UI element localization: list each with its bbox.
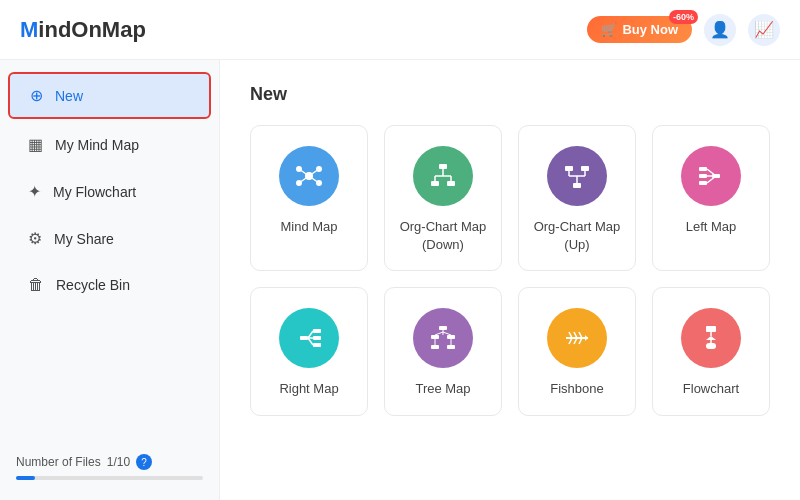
flowchart-icon: ✦: [28, 182, 41, 201]
logo: MindOnMap: [20, 17, 146, 43]
sidebar-item-new-label: New: [55, 88, 83, 104]
svg-rect-38: [431, 335, 439, 339]
map-card-mind-map[interactable]: Mind Map: [250, 125, 368, 271]
header: MindOnMap 🛒 Buy Now -60% 👤 📈: [0, 0, 800, 60]
help-icon[interactable]: ?: [136, 454, 152, 470]
sidebar-item-my-flowchart[interactable]: ✦ My Flowchart: [8, 170, 211, 213]
flowchart-label: Flowchart: [683, 380, 739, 398]
svg-line-44: [443, 332, 451, 335]
trash-icon: 🗑: [28, 276, 44, 294]
svg-marker-54: [585, 335, 588, 341]
map-card-tree-map[interactable]: Tree Map: [384, 287, 502, 415]
svg-rect-11: [447, 181, 455, 186]
map-card-left-map[interactable]: Left Map: [652, 125, 770, 271]
share-icon: ⚙: [28, 229, 42, 248]
sidebar-item-my-mind-map[interactable]: ▦ My Mind Map: [8, 123, 211, 166]
org-chart-down-circle: [413, 146, 473, 206]
sidebar-item-recycle-bin-label: Recycle Bin: [56, 277, 130, 293]
mind-map-circle: [279, 146, 339, 206]
buy-now-label: Buy Now: [622, 22, 678, 37]
progress-bar-container: [16, 476, 203, 480]
fishbone-circle: [547, 308, 607, 368]
svg-line-27: [707, 169, 716, 176]
svg-rect-32: [313, 336, 321, 340]
svg-rect-17: [565, 166, 573, 171]
mind-map-icon: ▦: [28, 135, 43, 154]
tree-map-label: Tree Map: [415, 380, 470, 398]
org-chart-up-label: Org-Chart Map (Up): [529, 218, 625, 254]
svg-line-29: [707, 176, 716, 183]
fishbone-label: Fishbone: [550, 380, 603, 398]
sidebar: ⊕ New ▦ My Mind Map ✦ My Flowchart ⚙ My …: [0, 60, 220, 500]
section-title: New: [250, 84, 770, 105]
map-card-fishbone[interactable]: Fishbone: [518, 287, 636, 415]
map-card-org-chart-down[interactable]: Org-Chart Map(Down): [384, 125, 502, 271]
right-map-circle: [279, 308, 339, 368]
left-map-label: Left Map: [686, 218, 737, 236]
svg-rect-25: [699, 174, 707, 178]
org-chart-up-circle: [547, 146, 607, 206]
sidebar-item-recycle-bin[interactable]: 🗑 Recycle Bin: [8, 264, 211, 306]
svg-rect-31: [313, 329, 321, 333]
map-card-org-chart-up[interactable]: Org-Chart Map (Up): [518, 125, 636, 271]
sidebar-item-new[interactable]: ⊕ New: [8, 72, 211, 119]
svg-rect-39: [447, 335, 455, 339]
svg-rect-57: [706, 343, 716, 349]
svg-rect-33: [313, 343, 321, 347]
discount-badge: -60%: [669, 10, 698, 24]
sidebar-item-my-mind-map-label: My Mind Map: [55, 137, 139, 153]
org-chart-down-label: Org-Chart Map(Down): [400, 218, 487, 254]
svg-rect-10: [431, 181, 439, 186]
buy-now-button[interactable]: 🛒 Buy Now -60%: [587, 16, 692, 43]
svg-line-34: [308, 331, 313, 338]
svg-rect-18: [581, 166, 589, 171]
svg-line-43: [435, 332, 443, 335]
svg-rect-30: [300, 336, 308, 340]
progress-bar-fill: [16, 476, 35, 480]
logo-m: M: [20, 17, 38, 42]
right-map-label: Right Map: [279, 380, 338, 398]
chart-icon[interactable]: 📈: [748, 14, 780, 46]
sidebar-item-my-share-label: My Share: [54, 231, 114, 247]
flowchart-circle: [681, 308, 741, 368]
svg-rect-9: [439, 164, 447, 169]
files-value: 1/10: [107, 455, 130, 469]
sidebar-item-my-flowchart-label: My Flowchart: [53, 184, 136, 200]
svg-rect-40: [431, 345, 439, 349]
user-icon[interactable]: 👤: [704, 14, 736, 46]
svg-rect-55: [706, 326, 716, 332]
plus-icon: ⊕: [30, 86, 43, 105]
tree-map-circle: [413, 308, 473, 368]
sidebar-footer: Number of Files 1/10 ?: [0, 444, 219, 490]
svg-rect-37: [439, 326, 447, 330]
header-right: 🛒 Buy Now -60% 👤 📈: [587, 14, 780, 46]
svg-rect-24: [699, 167, 707, 171]
map-card-right-map[interactable]: Right Map: [250, 287, 368, 415]
svg-line-36: [308, 338, 313, 345]
logo-rest: indOnMap: [38, 17, 146, 42]
files-label: Number of Files: [16, 455, 101, 469]
sidebar-item-my-share[interactable]: ⚙ My Share: [8, 217, 211, 260]
map-grid: Mind Map Org-Chart Map(Down): [250, 125, 770, 416]
map-card-flowchart[interactable]: Flowchart: [652, 287, 770, 415]
mind-map-label: Mind Map: [280, 218, 337, 236]
main-layout: ⊕ New ▦ My Mind Map ✦ My Flowchart ⚙ My …: [0, 60, 800, 500]
svg-rect-41: [447, 345, 455, 349]
svg-rect-26: [699, 181, 707, 185]
files-count: Number of Files 1/10 ?: [16, 454, 203, 470]
left-map-circle: [681, 146, 741, 206]
svg-rect-16: [573, 183, 581, 188]
svg-marker-56: [706, 336, 716, 340]
main-content: New Mind Map: [220, 60, 800, 500]
